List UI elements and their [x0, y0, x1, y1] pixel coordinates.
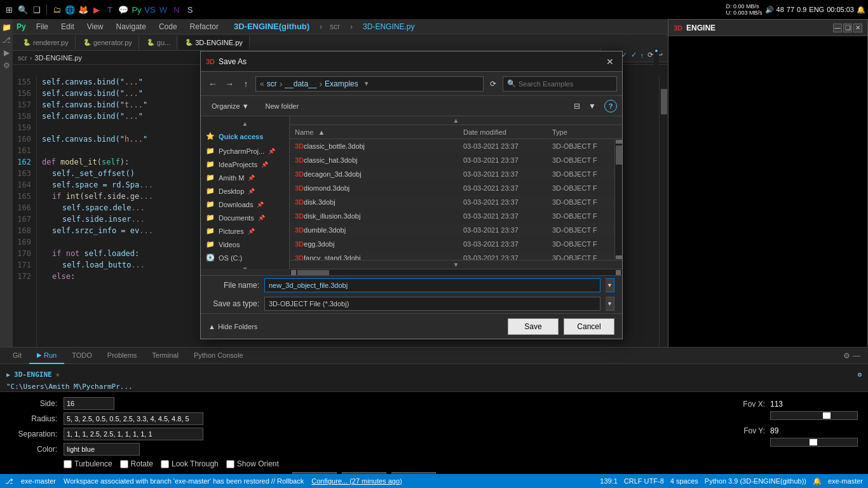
- run-icon[interactable]: ▶: [1, 47, 12, 58]
- nav-documents[interactable]: 📁 Documents 📌: [201, 211, 289, 224]
- col-type[interactable]: Type: [552, 128, 609, 136]
- show-orient-checkbox[interactable]: Show Orient: [226, 459, 279, 468]
- look-through-input[interactable]: [161, 460, 169, 468]
- encoding-label[interactable]: CRLF UTF-8: [624, 477, 664, 485]
- tab-todo[interactable]: TODO: [64, 348, 100, 364]
- side-input[interactable]: [64, 397, 114, 410]
- hide-folders-btn[interactable]: ▲ Hide Folders: [208, 323, 257, 330]
- up-btn[interactable]: ↑: [239, 77, 253, 91]
- git-refresh[interactable]: ⟳: [648, 51, 653, 59]
- nav-os-c[interactable]: 💽 OS (C:): [201, 251, 289, 264]
- start-icon[interactable]: ⊞: [3, 3, 15, 16]
- teams-icon[interactable]: T: [104, 3, 116, 16]
- status-branch-right[interactable]: exe-master: [828, 477, 863, 485]
- organize-btn[interactable]: Organize ▼: [206, 100, 255, 112]
- dialog-cancel-btn[interactable]: Cancel: [564, 318, 614, 335]
- refresh-btn[interactable]: ⟳: [486, 77, 500, 91]
- whatsapp-icon[interactable]: 💬: [117, 3, 130, 16]
- turbulence-input[interactable]: [64, 460, 72, 468]
- task-view-icon[interactable]: ❑: [31, 3, 43, 16]
- onenote-icon[interactable]: N: [170, 3, 183, 16]
- run-settings-icon[interactable]: ⚙: [857, 370, 862, 379]
- path-dropdown-icon[interactable]: ▼: [363, 80, 370, 87]
- settings-icon[interactable]: ⚙: [1, 60, 12, 71]
- file-row-4[interactable]: 3D disk.3dobj 03-03-2021 23:37 3D-OBJECT…: [290, 195, 614, 209]
- engine-close-btn[interactable]: ✕: [853, 24, 862, 32]
- dialog-close-btn[interactable]: ✕: [603, 55, 617, 69]
- steam-icon[interactable]: S: [184, 3, 196, 16]
- git-check-2[interactable]: ✓: [631, 51, 637, 59]
- nav-pycharm[interactable]: 📁 PycharmProj... 📌: [201, 144, 289, 158]
- file-row-3[interactable]: 3D diomond.3dobj 03-03-2021 23:37 3D-OBJ…: [290, 181, 614, 195]
- tab-terminal[interactable]: Terminal: [144, 348, 186, 364]
- menu-edit[interactable]: Edit: [58, 21, 77, 32]
- quick-access-item[interactable]: ⭐ Quick access: [201, 128, 289, 144]
- file-list-hscrollbar[interactable]: [290, 269, 622, 275]
- file-row-0[interactable]: 3D classic_bottle.3dobj 03-03-2021 23:37…: [290, 139, 614, 153]
- view-list-icon[interactable]: ⊟: [570, 99, 584, 113]
- nav-scroll-down[interactable]: ▼: [201, 264, 289, 269]
- rotate-input[interactable]: [120, 460, 128, 468]
- bottom-settings-icon[interactable]: ⚙: [843, 351, 850, 360]
- youtube-icon[interactable]: ▶: [90, 3, 103, 16]
- help-btn[interactable]: ?: [604, 100, 617, 112]
- tab-engine-main[interactable]: 🐍 3D-ENGINE.py: [179, 36, 250, 50]
- file-list-scroll-down[interactable]: ▼: [290, 260, 622, 269]
- cursor-position[interactable]: 139:1: [600, 477, 618, 485]
- nav-videos[interactable]: 📁 Videos: [201, 238, 289, 251]
- filename-dropdown-btn[interactable]: ▼: [606, 278, 614, 292]
- file-list-scrollbar[interactable]: [614, 139, 622, 260]
- rotate-checkbox[interactable]: Rotate: [120, 459, 153, 468]
- file-row-2[interactable]: 3D decagon_3d.3dobj 03-03-2021 23:37 3D-…: [290, 167, 614, 181]
- forward-btn[interactable]: →: [222, 77, 236, 91]
- engine-minimize-btn[interactable]: —: [833, 24, 842, 32]
- new-folder-btn[interactable]: New folder: [260, 100, 305, 112]
- tab-generator[interactable]: 🐍 generator.py: [77, 36, 139, 50]
- engine-restore-btn[interactable]: ❑: [843, 24, 852, 32]
- tab-renderer[interactable]: 🐍 renderer.py: [17, 36, 76, 50]
- nav-pictures[interactable]: 📁 Pictures 📌: [201, 224, 289, 238]
- search-input[interactable]: [519, 80, 613, 88]
- filename-input[interactable]: [264, 278, 600, 292]
- tab-python-console[interactable]: Python Console: [186, 348, 251, 364]
- tab-gu[interactable]: 🐍 gu...: [140, 36, 177, 50]
- file-row-7[interactable]: 3D egg.3dobj 03-03-2021 23:37 3D-OBJECT …: [290, 237, 614, 251]
- bottom-minimize-icon[interactable]: —: [853, 351, 860, 360]
- look-through-checkbox[interactable]: Look Through: [161, 459, 219, 468]
- turbulence-checkbox[interactable]: Turbulence: [64, 459, 112, 468]
- nav-amith[interactable]: 📁 Amith M 📌: [201, 171, 289, 184]
- status-right-msg[interactable]: Configure... (27 minutes ago): [311, 477, 402, 485]
- file-list-scroll-up[interactable]: ▲: [290, 116, 622, 125]
- separation-input[interactable]: [64, 428, 203, 440]
- python-version[interactable]: Python 3.9 (3D-ENGINE(github)): [705, 477, 806, 485]
- git-up[interactable]: ↑: [641, 51, 644, 59]
- spaces-label[interactable]: 4 spaces: [670, 477, 698, 485]
- col-date[interactable]: Date modified: [463, 128, 552, 136]
- show-orient-input[interactable]: [226, 460, 234, 468]
- file-explorer-icon[interactable]: 🗂: [50, 3, 63, 16]
- word-icon[interactable]: W: [157, 3, 170, 16]
- savetype-arrow[interactable]: ▼: [606, 297, 614, 311]
- git-branch-label[interactable]: exe-master: [21, 477, 56, 485]
- address-path[interactable]: « scr › __data__ › Examples ▼: [255, 76, 484, 92]
- menu-file[interactable]: File: [34, 21, 51, 32]
- menu-code[interactable]: Code: [156, 21, 180, 32]
- code-scrollbar[interactable]: [659, 76, 668, 361]
- radius-input[interactable]: [64, 412, 203, 425]
- tab-git[interactable]: Git: [5, 348, 29, 364]
- explorer-icon[interactable]: 📁: [1, 22, 12, 33]
- file-row-5[interactable]: 3D disk_illusion.3dobj 03-03-2021 23:37 …: [290, 209, 614, 223]
- file-row-1[interactable]: 3D classic_hat.3dobj 03-03-2021 23:37 3D…: [290, 153, 614, 167]
- run-close-icon[interactable]: ✕: [56, 371, 60, 378]
- view-dropdown-icon[interactable]: ▼: [585, 99, 599, 113]
- menu-navigate[interactable]: Navigate: [114, 21, 149, 32]
- event-log-icon[interactable]: 🔔: [813, 477, 822, 485]
- volume-icon[interactable]: 🔊: [765, 6, 774, 14]
- color-input[interactable]: [64, 443, 140, 456]
- nav-idea[interactable]: 📁 IdeaProjects 📌: [201, 158, 289, 171]
- nav-downloads[interactable]: 📁 Downloads 📌: [201, 198, 289, 211]
- col-name[interactable]: Name ▲: [295, 128, 463, 136]
- fov-y-slider[interactable]: [770, 438, 858, 447]
- file-row-8[interactable]: 3D fancy_stand.3dobj 03-03-2021 23:37 3D…: [290, 251, 614, 260]
- vs-icon[interactable]: VS: [144, 3, 156, 16]
